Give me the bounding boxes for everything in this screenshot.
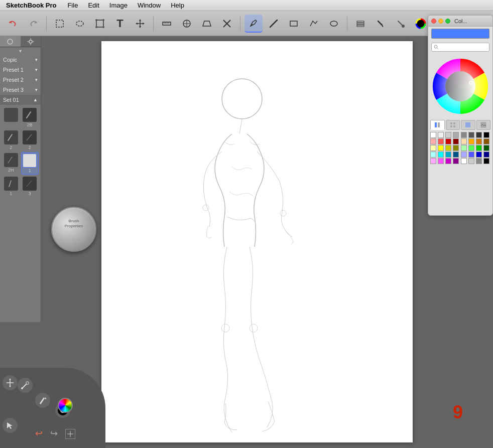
canvas-area[interactable]: BrushProperties · · · 9 [41, 36, 493, 448]
dial-circle[interactable]: BrushProperties · · · [51, 207, 96, 252]
menu-file[interactable]: File [62, 0, 83, 11]
move-button[interactable] [131, 15, 149, 33]
text-button[interactable]: T [111, 15, 129, 33]
brush-cell-empty-1[interactable] [2, 107, 20, 128]
swatch-cell-28[interactable] [461, 152, 467, 158]
polyline-button[interactable] [305, 15, 323, 33]
swatch-cell-18[interactable] [445, 145, 451, 151]
brush-cell-2H[interactable]: 2H [2, 152, 20, 175]
panel-collapse-chevron[interactable]: ▾ [0, 47, 41, 55]
distort-button[interactable] [198, 15, 216, 33]
swatch-cell-4[interactable] [461, 132, 467, 138]
rectangle-button[interactable] [285, 15, 303, 33]
swatch-cell-9[interactable] [438, 138, 444, 144]
settings-tab[interactable] [21, 36, 41, 47]
brush-cell-2b[interactable]: 2 [21, 129, 39, 151]
color-tab-mixer[interactable] [430, 120, 445, 130]
swatch-cell-13[interactable] [468, 138, 474, 144]
app-name[interactable]: SketchBook Pro [0, 2, 62, 9]
transform-radial-tool[interactable] [3, 375, 18, 390]
swatch-cell-27[interactable] [453, 152, 459, 158]
swatch-cell-16[interactable] [430, 145, 436, 151]
swatch-cell-1[interactable] [438, 132, 444, 138]
swatch-cell-23[interactable] [483, 145, 489, 151]
menu-help[interactable]: Help [166, 0, 189, 11]
swatch-cell-29[interactable] [468, 152, 474, 158]
swatch-cell-35[interactable] [453, 158, 459, 164]
select-rect-button[interactable] [51, 15, 69, 33]
symmetry-button[interactable] [178, 15, 196, 33]
redo-nav-button[interactable]: ↪ [50, 428, 58, 439]
color-tab-grid1[interactable] [446, 120, 460, 130]
swatch-cell-10[interactable] [445, 138, 451, 144]
undo-button[interactable] [4, 15, 22, 33]
swatch-cell-17[interactable] [438, 145, 444, 151]
preset-3-row[interactable]: Preset 3 ▾ [0, 85, 41, 95]
undo-nav-button[interactable]: ↩ [35, 428, 43, 439]
brush-cell-2B[interactable]: 2B [21, 107, 39, 128]
brush-cell-3[interactable]: 3 [21, 176, 39, 197]
brush-cell-1-selected[interactable]: 1 [21, 152, 39, 175]
swatch-cell-7[interactable] [483, 132, 489, 138]
preset-2-row[interactable]: Preset 2 ▾ [0, 75, 41, 85]
swatch-cell-19[interactable] [453, 145, 459, 151]
brush-dial[interactable]: BrushProperties · · · [51, 207, 96, 252]
brush-icon-tab[interactable] [0, 36, 21, 47]
line-button[interactable] [265, 15, 283, 33]
swatch-cell-22[interactable] [476, 145, 482, 151]
ruler-button[interactable] [158, 15, 176, 33]
swatch-cell-6[interactable] [476, 132, 482, 138]
menu-window[interactable]: Window [133, 0, 166, 11]
swatch-cell-39[interactable] [483, 158, 489, 164]
swatch-cell-8[interactable] [430, 138, 436, 144]
color-circle-button[interactable] [58, 398, 73, 413]
brush-cell-1b[interactable]: 1 [2, 176, 20, 197]
swatch-cell-14[interactable] [476, 138, 482, 144]
redo-button[interactable] [24, 15, 42, 33]
swatch-cell-0[interactable] [430, 132, 436, 138]
color-wheel-button[interactable] [412, 15, 430, 33]
swatch-cell-31[interactable] [483, 152, 489, 158]
preset-1-row[interactable]: Preset 1 ▾ [0, 65, 41, 75]
swatch-cell-20[interactable] [461, 145, 467, 151]
brush-tool-1[interactable] [372, 15, 390, 33]
ellipse-button[interactable] [325, 15, 343, 33]
swatch-cell-15[interactable] [483, 138, 489, 144]
swatch-cell-26[interactable] [445, 152, 451, 158]
swatch-cell-5[interactable] [468, 132, 474, 138]
drawing-canvas[interactable] [101, 41, 413, 442]
swatch-cell-25[interactable] [438, 152, 444, 158]
swatch-cell-30[interactable] [476, 152, 482, 158]
menu-edit[interactable]: Edit [83, 0, 104, 11]
brush-cell-2a[interactable]: 2 [2, 129, 20, 151]
swatch-cell-36[interactable] [461, 158, 467, 164]
color-search[interactable] [431, 43, 489, 52]
swatch-cell-21[interactable] [468, 145, 474, 151]
swatch-cell-38[interactable] [476, 158, 482, 164]
maximize-button[interactable] [445, 19, 450, 24]
swatch-cell-37[interactable] [468, 158, 474, 164]
color-tab-image[interactable] [476, 120, 491, 130]
close-button[interactable] [431, 19, 436, 24]
menu-image[interactable]: Image [104, 0, 133, 11]
dropper-tool[interactable] [18, 378, 33, 393]
pen-button[interactable] [244, 15, 263, 33]
copic-dropdown[interactable]: Copic ▾ [0, 55, 41, 65]
swatch-cell-32[interactable] [430, 158, 436, 164]
color-wheel[interactable] [432, 54, 489, 119]
select-radial-tool[interactable] [3, 418, 18, 433]
swatch-cell-24[interactable] [430, 152, 436, 158]
blend-button[interactable] [218, 15, 236, 33]
swatch-cell-33[interactable] [438, 158, 444, 164]
swatch-cell-11[interactable] [453, 138, 459, 144]
set-01-row[interactable]: Set 01 ▲ [0, 95, 41, 105]
minimize-button[interactable] [438, 19, 443, 24]
layers-button[interactable] [351, 15, 369, 33]
current-color-swatch[interactable] [431, 29, 489, 39]
swatch-cell-2[interactable] [445, 132, 451, 138]
swatch-cell-34[interactable] [445, 158, 451, 164]
brush-radial-tool[interactable] [35, 393, 50, 408]
color-tab-grid2[interactable] [461, 120, 475, 130]
lasso-button[interactable] [71, 15, 89, 33]
brush-tool-2[interactable] [392, 15, 410, 33]
